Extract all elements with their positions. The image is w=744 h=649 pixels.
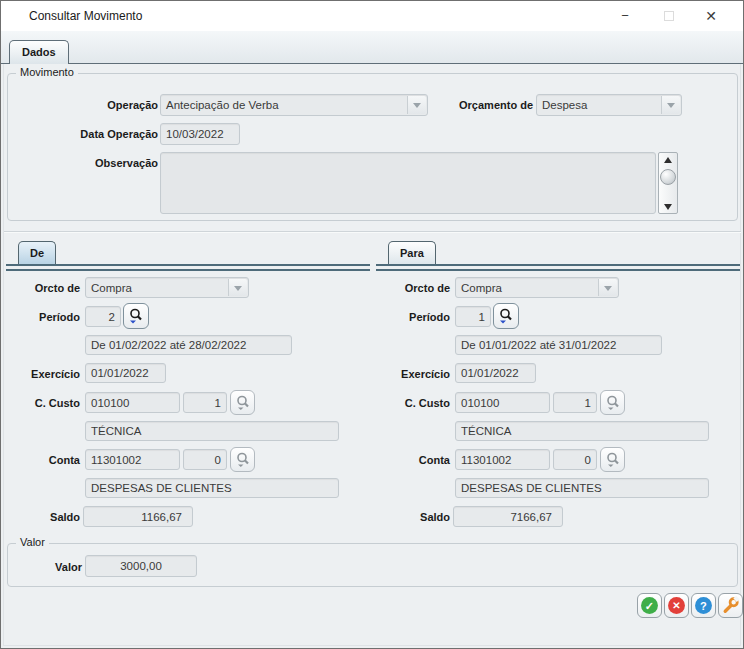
de-ccusto-seq-field[interactable]: 1 bbox=[183, 392, 227, 413]
title-bar: Consultar Movimento − ✕ bbox=[1, 1, 743, 31]
maximize-icon bbox=[664, 11, 674, 21]
arrow-up-icon bbox=[664, 153, 672, 163]
para-ccusto-desc-field[interactable]: TÉCNICA bbox=[455, 421, 709, 441]
data-operacao-label: Data Operação bbox=[18, 124, 158, 144]
de-conta-code-field[interactable]: 11301002 bbox=[85, 449, 180, 470]
minimize-button[interactable]: − bbox=[607, 1, 643, 31]
magnifier-icon bbox=[234, 451, 252, 469]
cancel-button[interactable]: ✕ bbox=[664, 593, 689, 618]
de-conta-seq-field[interactable]: 0 bbox=[183, 449, 227, 470]
tab-control-de: De Orcto de Compra Período 2 De 01/02/20… bbox=[6, 241, 370, 539]
de-orcto-label: Orcto de bbox=[8, 278, 80, 298]
para-periodo-field[interactable]: 1 bbox=[455, 306, 491, 327]
maximize-button[interactable] bbox=[651, 1, 687, 31]
de-orcto-value: Compra bbox=[91, 282, 132, 294]
para-conta-lookup-button[interactable] bbox=[600, 447, 625, 472]
help-button[interactable]: ? bbox=[691, 593, 716, 618]
para-conta-code-field[interactable]: 11301002 bbox=[455, 449, 550, 470]
tab-de[interactable]: De bbox=[18, 241, 56, 264]
chevron-down-icon bbox=[234, 286, 242, 295]
groupbox-valor-legend: Valor bbox=[16, 536, 49, 548]
data-operacao-field[interactable]: 10/03/2022 bbox=[160, 123, 240, 145]
magnifier-icon bbox=[604, 394, 622, 412]
de-ccusto-desc-field[interactable]: TÉCNICA bbox=[85, 421, 339, 441]
groupbox-movimento: Movimento Operação Antecipação de Verba … bbox=[7, 73, 738, 221]
para-ccusto-lookup-button[interactable] bbox=[600, 390, 625, 415]
tab-strip: Dados bbox=[1, 31, 743, 64]
x-circle-icon: ✕ bbox=[667, 596, 686, 615]
operacao-label: Operação bbox=[18, 95, 158, 115]
de-ccusto-code-field[interactable]: 010100 bbox=[85, 392, 180, 413]
confirm-button[interactable]: ✓ bbox=[637, 593, 662, 618]
window-title: Consultar Movimento bbox=[29, 1, 142, 31]
de-saldo-field[interactable]: 1166,67 bbox=[83, 506, 193, 527]
magnifier-dropdown-icon bbox=[127, 307, 145, 325]
tab-para[interactable]: Para bbox=[388, 241, 436, 264]
orcamento-dropdown-button[interactable] bbox=[661, 96, 680, 114]
operacao-value: Antecipação de Verba bbox=[166, 99, 279, 111]
observacao-scrollbar[interactable] bbox=[658, 152, 678, 214]
chevron-down-icon bbox=[667, 103, 675, 112]
check-circle-icon: ✓ bbox=[640, 596, 659, 615]
orcamento-value: Despesa bbox=[542, 99, 587, 111]
tab-control-para: Para Orcto de Compra Período 1 De 01/01/… bbox=[376, 241, 740, 539]
para-orcto-combobox[interactable]: Compra bbox=[455, 277, 619, 298]
tab-de-header-line bbox=[6, 264, 370, 271]
wrench-icon bbox=[721, 596, 740, 615]
de-conta-lookup-button[interactable] bbox=[230, 447, 255, 472]
para-periodo-lookup-button[interactable] bbox=[493, 303, 519, 329]
scroll-down-button[interactable] bbox=[659, 199, 677, 213]
de-periodo-lookup-button[interactable] bbox=[123, 303, 149, 329]
scrollbar-thumb[interactable] bbox=[660, 169, 676, 185]
observacao-textarea[interactable] bbox=[160, 152, 656, 214]
svg-text:✓: ✓ bbox=[645, 600, 654, 612]
close-button[interactable]: ✕ bbox=[693, 1, 729, 31]
de-ccusto-label: C. Custo bbox=[8, 393, 80, 413]
para-exercicio-label: Exercício bbox=[378, 364, 450, 384]
de-orcto-dropdown-button[interactable] bbox=[228, 279, 247, 296]
magnifier-icon bbox=[604, 451, 622, 469]
de-periodo-range-field[interactable]: De 01/02/2022 até 28/02/2022 bbox=[85, 335, 292, 355]
operacao-combobox[interactable]: Antecipação de Verba bbox=[160, 94, 428, 116]
chevron-down-icon bbox=[604, 286, 612, 295]
de-orcto-combobox[interactable]: Compra bbox=[85, 277, 249, 298]
para-conta-seq-field[interactable]: 0 bbox=[553, 449, 597, 470]
dialog-consultar-movimento: Consultar Movimento − ✕ Dados Movimento … bbox=[0, 0, 744, 649]
orcamento-label: Orçamento de bbox=[393, 95, 533, 115]
de-exercicio-field[interactable]: 01/01/2022 bbox=[85, 363, 166, 383]
para-saldo-field[interactable]: 7166,67 bbox=[453, 506, 563, 527]
para-saldo-label: Saldo bbox=[378, 507, 450, 527]
groupbox-movimento-legend: Movimento bbox=[16, 66, 78, 78]
svg-text:?: ? bbox=[700, 600, 707, 612]
observacao-label: Observação bbox=[18, 153, 158, 173]
para-conta-desc-field[interactable]: DESPESAS DE CLIENTES bbox=[455, 478, 709, 498]
tab-para-header-line bbox=[376, 264, 740, 271]
de-periodo-label: Período bbox=[8, 307, 80, 327]
de-ccusto-lookup-button[interactable] bbox=[230, 390, 255, 415]
magnifier-icon bbox=[234, 394, 252, 412]
para-orcto-value: Compra bbox=[461, 282, 502, 294]
para-ccusto-code-field[interactable]: 010100 bbox=[455, 392, 550, 413]
de-saldo-label: Saldo bbox=[8, 507, 80, 527]
valor-label: Valor bbox=[14, 557, 82, 577]
para-orcto-label: Orcto de bbox=[378, 278, 450, 298]
settings-button[interactable] bbox=[718, 593, 743, 618]
para-exercicio-field[interactable]: 01/01/2022 bbox=[455, 363, 536, 383]
para-periodo-label: Período bbox=[378, 307, 450, 327]
scroll-up-button[interactable] bbox=[659, 153, 677, 167]
de-periodo-field[interactable]: 2 bbox=[85, 306, 121, 327]
valor-field[interactable]: 3000,00 bbox=[85, 555, 197, 577]
para-ccusto-seq-field[interactable]: 1 bbox=[553, 392, 597, 413]
de-exercicio-label: Exercício bbox=[8, 364, 80, 384]
svg-text:✕: ✕ bbox=[672, 600, 680, 611]
de-conta-desc-field[interactable]: DESPESAS DE CLIENTES bbox=[85, 478, 339, 498]
para-conta-label: Conta bbox=[378, 450, 450, 470]
orcamento-combobox[interactable]: Despesa bbox=[536, 94, 682, 116]
tab-dados[interactable]: Dados bbox=[9, 40, 69, 64]
magnifier-dropdown-icon bbox=[497, 307, 515, 325]
para-periodo-range-field[interactable]: De 01/01/2022 até 31/01/2022 bbox=[455, 335, 662, 355]
para-orcto-dropdown-button[interactable] bbox=[598, 279, 617, 296]
para-ccusto-label: C. Custo bbox=[378, 393, 450, 413]
groupbox-valor: Valor Valor 3000,00 bbox=[7, 543, 738, 587]
action-button-bar: ✓ ✕ ? bbox=[637, 593, 743, 618]
